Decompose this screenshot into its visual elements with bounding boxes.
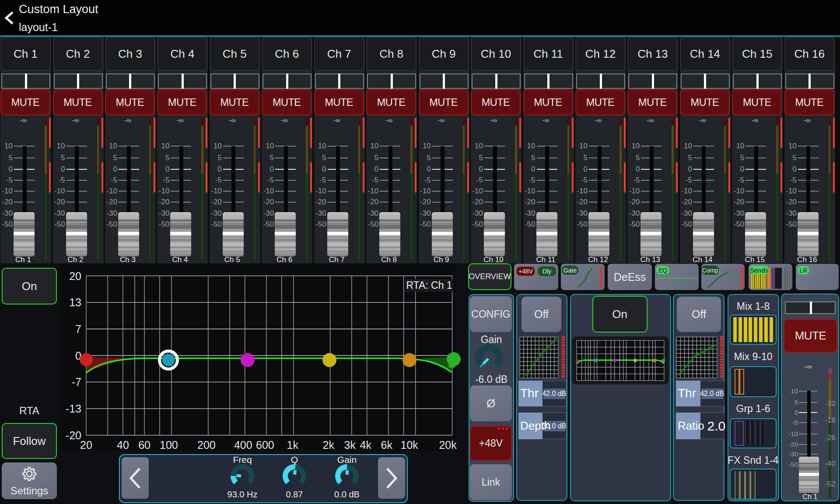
svg-text:1k: 1k (287, 439, 299, 451)
svg-text:2k: 2k (322, 439, 334, 451)
svg-text:4k: 4k (360, 439, 371, 451)
svg-text:200: 200 (197, 439, 216, 451)
svg-text:10k: 10k (401, 439, 419, 451)
svg-text:20: 20 (80, 439, 92, 451)
svg-text:100: 100 (160, 439, 178, 451)
svg-text:20k: 20k (439, 439, 457, 451)
svg-text:6k: 6k (381, 439, 393, 451)
svg-text:-7: -7 (72, 376, 81, 388)
svg-text:3k: 3k (344, 439, 356, 451)
svg-text:40: 40 (117, 439, 129, 451)
svg-text:400: 400 (234, 439, 252, 451)
svg-text:600: 600 (256, 439, 274, 451)
svg-text:RTA: Ch 1: RTA: Ch 1 (406, 280, 452, 291)
svg-text:-20: -20 (66, 429, 81, 441)
svg-text:20: 20 (69, 270, 81, 282)
svg-text:60: 60 (138, 439, 150, 451)
svg-text:13: 13 (69, 296, 81, 308)
svg-text:7: 7 (75, 323, 81, 335)
svg-text:-13: -13 (66, 402, 81, 415)
